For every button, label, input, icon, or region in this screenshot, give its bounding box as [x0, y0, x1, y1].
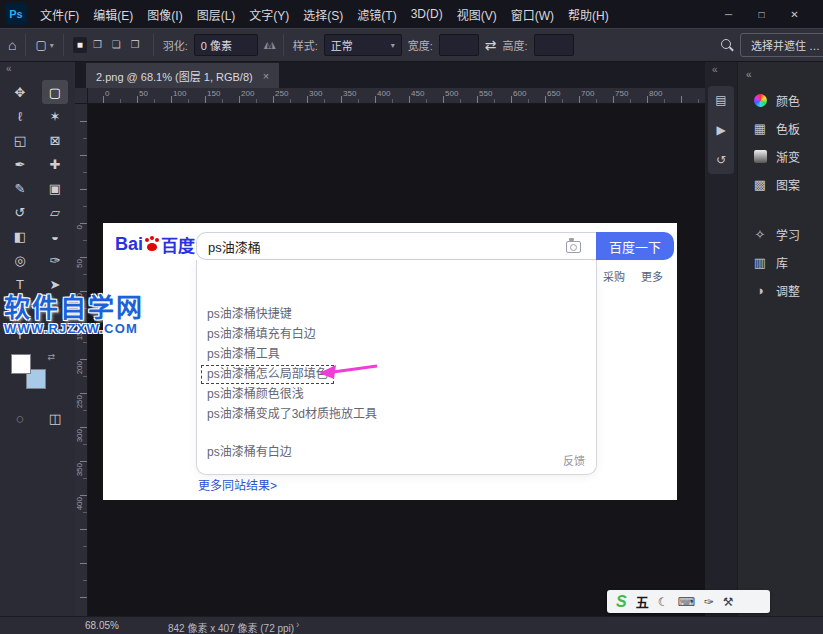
style-select[interactable]: 正常 ▾: [324, 34, 402, 56]
lasso-tool[interactable]: ℓ: [7, 104, 33, 128]
patterns-icon: ▩: [752, 176, 768, 192]
home-icon[interactable]: ⌂: [8, 38, 16, 52]
intersect-selection-mode[interactable]: ❒: [127, 37, 144, 53]
close-button[interactable]: ✕: [778, 0, 811, 28]
menu-item-4[interactable]: 文字(Y): [242, 0, 296, 28]
menu-item-10[interactable]: 帮助(H): [561, 0, 616, 28]
pen-icon[interactable]: ✑: [704, 596, 714, 608]
panel-item-patterns[interactable]: ▩图案: [738, 170, 823, 198]
ruler-tick: [358, 99, 359, 103]
document-area: 2.png @ 68.1% (图层 1, RGB/8) × 0501001502…: [75, 62, 705, 616]
suggestion-item[interactable]: ps油漆桶变成了3d材质拖放工具: [207, 404, 596, 424]
canvas-area[interactable]: Bai 百度 百度一下 采购更多 ps油漆桶快捷键ps油漆桶填充有白边ps油漆桶…: [88, 104, 705, 616]
search-icon[interactable]: [720, 38, 734, 52]
ime-mode-label[interactable]: 五: [636, 592, 649, 611]
history-brush-tool[interactable]: ↺: [7, 200, 33, 224]
ruler-tick: [205, 96, 206, 103]
quick-mask-button[interactable]: ◌: [7, 406, 33, 430]
foreground-color[interactable]: [11, 354, 31, 374]
select-and-mask-button[interactable]: 选择并遮住 …: [740, 33, 823, 57]
frame-tool[interactable]: ⊠: [42, 128, 68, 152]
move-tool[interactable]: ✥: [7, 80, 33, 104]
watermark-url: WWW.RJZXW.COM: [4, 322, 144, 336]
ruler-tick: [494, 99, 495, 103]
zoom-level[interactable]: 68.05%: [85, 620, 119, 631]
baidu-search-input[interactable]: [196, 232, 596, 260]
panel-item-learn[interactable]: ✧学习: [738, 220, 823, 248]
add-to-selection-mode[interactable]: ❐: [89, 37, 106, 53]
suggestion-item[interactable]: ps油漆桶填充有白边: [207, 324, 596, 344]
tool-preset-picker[interactable]: ▢ ▾: [35, 38, 53, 52]
brush-tool[interactable]: ✎: [7, 176, 33, 200]
camera-icon[interactable]: [566, 241, 581, 253]
new-selection-mode[interactable]: ■: [73, 37, 87, 53]
minimize-button[interactable]: ─: [712, 0, 745, 28]
more-results-link[interactable]: 更多同站结果>: [198, 476, 277, 493]
toolbox-icon[interactable]: ⚒: [723, 596, 734, 608]
crop-tool[interactable]: ◱: [7, 128, 33, 152]
subtract-from-selection-mode[interactable]: ❏: [108, 37, 125, 53]
gradient-tool[interactable]: ◧: [7, 224, 33, 248]
suggestion-item[interactable]: ps油漆桶快捷键: [207, 304, 596, 324]
status-chevron-icon[interactable]: ›: [296, 619, 299, 630]
rectangular-marquee-tool[interactable]: ▢: [42, 80, 68, 104]
eraser-tool[interactable]: ▱: [42, 200, 68, 224]
menu-item-9[interactable]: 窗口(W): [504, 0, 561, 28]
sogou-logo-icon[interactable]: S: [616, 594, 627, 610]
panel-item-swatches[interactable]: ▦色板: [738, 114, 823, 142]
suggestion-item[interactable]: ps油漆桶怎么局部填色: [207, 364, 596, 384]
anti-alias-icon[interactable]: ◭◮: [264, 41, 274, 50]
half-moon-icon[interactable]: ☾: [658, 596, 669, 608]
menu-item-8[interactable]: 视图(V): [450, 0, 504, 28]
ime-toolbar[interactable]: S 五 ☾⌨✑⚒: [607, 590, 770, 613]
toolbar-bottom: ◌ ◫: [7, 406, 75, 430]
expand-panels-icon[interactable]: «: [705, 62, 737, 78]
swap-colors-icon[interactable]: ⇄: [47, 352, 55, 362]
menu-item-3[interactable]: 图层(L): [190, 0, 243, 28]
keyboard-icon[interactable]: ⌨: [677, 596, 694, 608]
history-panel-icon[interactable]: ↺: [709, 149, 733, 171]
actions-panel-icon[interactable]: ▶: [709, 119, 733, 141]
ruler-label: 450: [411, 89, 424, 98]
menu-item-6[interactable]: 滤镜(T): [350, 0, 403, 28]
tab-close-icon[interactable]: ×: [263, 70, 269, 82]
dodge-tool[interactable]: ◎: [7, 248, 33, 272]
blur-tool[interactable]: ◒: [42, 224, 68, 248]
document-tab[interactable]: 2.png @ 68.1% (图层 1, RGB/8) ×: [86, 63, 279, 88]
panel-item-libraries[interactable]: ▥库: [738, 248, 823, 276]
menu-item-0[interactable]: 文件(F): [33, 0, 86, 28]
panel-item-colors[interactable]: 颜色: [738, 86, 823, 114]
healing-brush-tool[interactable]: ✚: [42, 152, 68, 176]
menu-item-1[interactable]: 编辑(E): [86, 0, 140, 28]
baidu-top-link-1[interactable]: 更多: [641, 268, 663, 284]
document-image[interactable]: Bai 百度 百度一下 采购更多 ps油漆桶快捷键ps油漆桶填充有白边ps油漆桶…: [103, 223, 677, 500]
menu-item-2[interactable]: 图像(I): [140, 0, 189, 28]
menu-items: 文件(F)编辑(E)图像(I)图层(L)文字(Y)选择(S)滤镜(T)3D(D)…: [33, 0, 616, 28]
eyedropper-tool[interactable]: ✒: [7, 152, 33, 176]
baidu-top-link-0[interactable]: 采购: [603, 268, 625, 284]
separator: [63, 34, 64, 56]
menu-item-7[interactable]: 3D(D): [404, 0, 450, 28]
object-selection-tool[interactable]: ✶: [42, 104, 68, 128]
panel-item-gradients[interactable]: 渐变: [738, 142, 823, 170]
screen-mode-button[interactable]: ◫: [42, 406, 68, 430]
clone-stamp-tool[interactable]: ▣: [42, 176, 68, 200]
feedback-link[interactable]: 反馈: [563, 452, 585, 468]
feather-input[interactable]: 0 像素: [194, 34, 258, 56]
panel-item-adjustments[interactable]: ◑调整: [738, 276, 823, 304]
collapse-panels-icon[interactable]: «: [746, 69, 752, 80]
collapsed-panels: ▤▶↺: [708, 86, 734, 174]
menu-item-5[interactable]: 选择(S): [296, 0, 350, 28]
properties-panel-icon[interactable]: ▤: [709, 89, 733, 111]
suggestion-item[interactable]: ps油漆桶有白边: [207, 442, 596, 462]
suggestion-item[interactable]: ps油漆桶工具: [207, 344, 596, 364]
width-input[interactable]: [439, 34, 479, 56]
pen-tool[interactable]: ✑: [42, 248, 68, 272]
swap-dimensions-icon[interactable]: ⇄: [485, 38, 497, 52]
highlighted-suggestion[interactable]: ps油漆桶怎么局部填色: [201, 365, 334, 384]
baidu-search-button[interactable]: 百度一下: [596, 232, 674, 260]
height-input[interactable]: [534, 34, 574, 56]
suggestion-item[interactable]: ps油漆桶颜色很浅: [207, 384, 596, 404]
maximize-button[interactable]: □: [745, 0, 778, 28]
collapse-toolbar-icon[interactable]: «: [0, 62, 75, 76]
